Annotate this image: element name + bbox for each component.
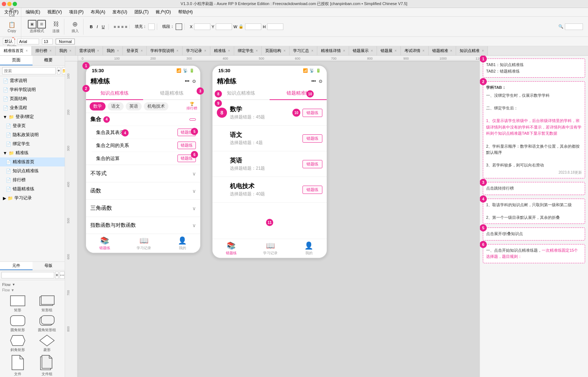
elem-search-input[interactable] xyxy=(1,272,54,278)
tree-paihangsang[interactable]: 📄 排行榜 xyxy=(0,176,65,185)
tree-denglu-page[interactable]: 📄 登录页 xyxy=(0,121,65,130)
tab-bangding[interactable]: 绑定学生× xyxy=(234,46,262,56)
maximize-btn[interactable] xyxy=(13,2,17,6)
tab-jiegou[interactable]: 页面结构× xyxy=(262,46,289,56)
child-jijhe-biaoshow[interactable]: 集合及其表示 错题练 xyxy=(92,126,200,139)
y-input[interactable] xyxy=(216,23,232,30)
phone1-tab-zhishidian[interactable]: 知识点精准练 xyxy=(86,87,143,100)
phone2-tab-cuoti[interactable]: 错题精准练 xyxy=(270,87,327,100)
subtab-chinese[interactable]: 语文 xyxy=(108,102,124,110)
tab-xueke[interactable]: 学科学院说明× xyxy=(147,46,183,56)
flow-label[interactable]: Flow ▼ xyxy=(2,282,63,287)
format-bold[interactable]: B xyxy=(89,24,94,30)
tab-cuotijingzhun[interactable]: 错题精准× xyxy=(429,46,456,56)
elem-tab-masters[interactable]: 母版 xyxy=(33,262,65,270)
tree-zhishidian[interactable]: 📄 知识点精准练 xyxy=(0,166,65,176)
shape-rect[interactable]: 矩形 xyxy=(4,295,31,313)
elem-add-btn[interactable]: + xyxy=(55,272,59,279)
node-sanjiao[interactable]: 三角函数 ∨ xyxy=(86,199,200,217)
nav-cuotilianxi[interactable]: 📚 错题练 xyxy=(99,236,110,251)
tree-xuexi-folder[interactable]: ▶ 📁 学习记录 xyxy=(0,194,65,203)
record2-icon[interactable]: ⊙ xyxy=(319,79,322,84)
fill-color[interactable] xyxy=(148,23,155,30)
child-jijhe-guanxi-tag[interactable]: 错题练 xyxy=(177,142,196,149)
tree-cuoti[interactable]: 📄 错题精准练 xyxy=(0,185,65,194)
tab-zhishidianjingzhun[interactable]: 知识点精准× xyxy=(456,46,488,56)
zoom-input[interactable]: 100% xyxy=(565,23,583,30)
tab-wode[interactable]: 我的× xyxy=(56,46,76,56)
tree-yinsi[interactable]: 📄 隐私政策说明 xyxy=(0,130,65,139)
align-right[interactable]: ≡ xyxy=(121,25,123,29)
subtab-english[interactable]: 英语 xyxy=(126,102,142,110)
menu-account[interactable]: 账户(O) xyxy=(154,8,172,16)
mechatronics-tag[interactable]: 错题练 xyxy=(302,186,322,194)
copy-button[interactable]: 📋 Copy xyxy=(5,19,18,34)
font-family[interactable]: Arial xyxy=(17,39,39,44)
nav2-cuotilianxi[interactable]: 📚 错题练 xyxy=(226,241,237,256)
h-input[interactable] xyxy=(267,23,283,30)
subject-math[interactable]: 8 数学 选择题错题：45题 10 错题练 xyxy=(213,100,327,126)
more2-icon[interactable]: ••• xyxy=(311,79,316,84)
menu-edit[interactable]: 编辑(E) xyxy=(24,8,42,16)
tree-yemianjiegu[interactable]: 📄 页面结构 xyxy=(0,94,65,103)
tab-xuqiushuoming[interactable]: 需求说明× xyxy=(76,46,103,56)
tree-xuqiushuoming[interactable]: 📄 需求说明 xyxy=(0,76,65,85)
insert-btn[interactable]: ⊕ 插入 xyxy=(69,19,82,35)
shape-rect-group[interactable]: 矩形组 xyxy=(34,295,61,313)
font-size-13[interactable]: 13 xyxy=(42,39,53,44)
node-jijhe-header[interactable]: 集合 4 xyxy=(86,113,200,126)
node-budengshi[interactable]: 不等式 ∨ xyxy=(86,165,200,182)
tree-yewuliucheng[interactable]: 📄 业务流程 xyxy=(0,103,65,112)
tab-paihangsang[interactable]: 排行榜× xyxy=(32,46,56,56)
page-add-btn[interactable]: + xyxy=(57,67,60,74)
math-tag[interactable]: 错题练 xyxy=(302,109,322,117)
align-left[interactable]: ≡ xyxy=(114,25,116,29)
elem-more-btn[interactable]: ⋯ xyxy=(60,272,65,279)
tree-xuekexueyuan[interactable]: 📄 学科学院说明 xyxy=(0,85,65,94)
connect-btn[interactable]: ⛓ 连接 xyxy=(50,19,63,35)
tree-bangding[interactable]: 📄 绑定学生 xyxy=(0,139,65,148)
minimize-btn[interactable] xyxy=(7,2,12,6)
nav2-xuexijilu[interactable]: 📖 学习记录 xyxy=(263,241,278,256)
nav-wode[interactable]: 👤 我的 xyxy=(178,236,187,251)
format-italic[interactable]: I xyxy=(95,24,99,30)
nav-xuexijilu[interactable]: 📖 学习记录 xyxy=(137,236,151,251)
menu-project[interactable]: 项目(P) xyxy=(68,8,85,16)
node-zhishu[interactable]: 指数函数与对数函数 ∨ xyxy=(86,217,200,234)
subject-chinese[interactable]: 语文 选择题错题：4题 错题练 xyxy=(213,126,327,151)
w-input[interactable] xyxy=(245,23,261,30)
more-icon[interactable]: ••• xyxy=(185,79,189,84)
tab-denglu[interactable]: 登录页× xyxy=(123,46,147,56)
english-tag[interactable]: 错题练 xyxy=(302,160,322,168)
ranking-button[interactable]: 🏆 排行榜 xyxy=(186,102,197,111)
node-hanshu[interactable]: 函数 ∨ xyxy=(86,182,200,199)
stroke-color[interactable] xyxy=(176,23,182,30)
subject-mechatronics[interactable]: 机电技术 选择题错题：40题 错题练 xyxy=(213,177,327,203)
tab-jzlxiangqing[interactable]: 精准练详情× xyxy=(317,46,349,56)
menu-publish[interactable]: 发布(U) xyxy=(111,8,129,16)
menu-layout[interactable]: 布局(A) xyxy=(89,8,107,16)
menu-help[interactable]: 帮助(H) xyxy=(177,8,194,16)
tab-jingzhunlian-shoye[interactable]: 精准练首页× xyxy=(0,46,32,56)
tab-pages[interactable]: 页面 xyxy=(0,56,33,65)
shape-rounded-rect-group[interactable]: 圆角矩形组 xyxy=(34,315,61,333)
subtab-mechatronics[interactable]: 机电技术 xyxy=(144,102,168,110)
chinese-tag[interactable]: 错题练 xyxy=(302,134,322,143)
format-underline[interactable]: U xyxy=(100,24,106,30)
tree-jzl-folder[interactable]: ▼ 📁 精准练 xyxy=(0,148,65,157)
tab-xuexi[interactable]: 学习记录× xyxy=(183,46,210,56)
shape-rounded-rect[interactable]: 圆角矩形 xyxy=(4,315,31,333)
elem-tab-components[interactable]: 元件 xyxy=(0,262,33,270)
close-btn[interactable] xyxy=(2,2,6,6)
shape-file[interactable]: 文件 xyxy=(4,355,31,377)
x-input[interactable] xyxy=(194,23,210,30)
shape-chamfer[interactable]: 斜角矩形 xyxy=(4,335,31,352)
tree-jzl-page[interactable]: 📄 精准练首页 xyxy=(0,157,65,166)
shape-file-group[interactable]: 文件组 xyxy=(34,355,61,377)
align-justify[interactable]: ≡ xyxy=(125,25,127,29)
tab-cuotizhanshi[interactable]: 错题展示× xyxy=(349,46,377,56)
tab-outline[interactable]: 概要 xyxy=(33,56,65,65)
align-center[interactable]: ≡ xyxy=(117,25,120,29)
tab-cuotizhan[interactable]: 错题展× xyxy=(377,46,401,56)
tab-kaoshixiangqing[interactable]: 考试详情× xyxy=(401,46,429,56)
